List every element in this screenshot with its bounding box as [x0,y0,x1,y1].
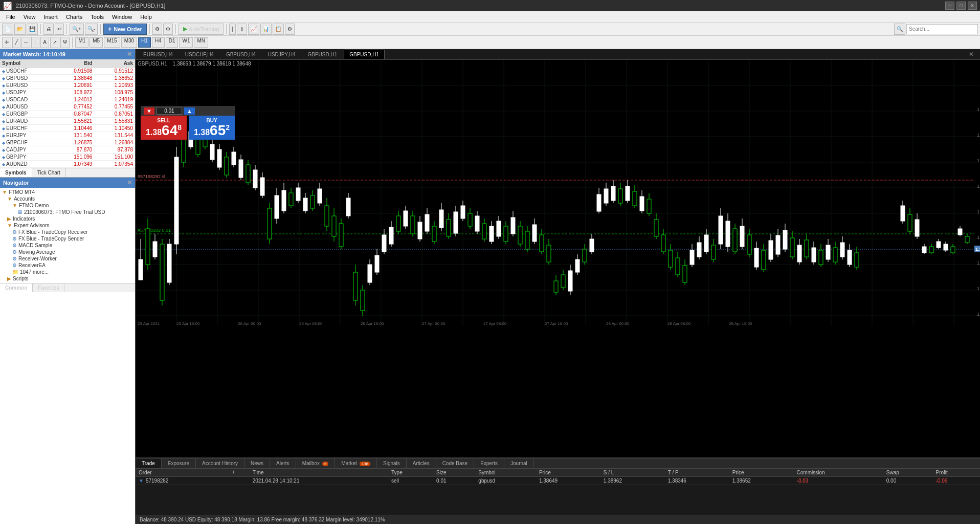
open-button[interactable]: 📂 [14,24,26,35]
market-watch-row[interactable]: ◆EURGBP 0.87047 0.87051 [0,111,135,118]
text-button[interactable]: A [40,37,49,48]
nav-accounts[interactable]: ▼ Accounts [1,195,134,202]
quantity-input[interactable] [157,107,182,115]
undo-button[interactable]: ↩ [55,24,64,35]
arrow-button[interactable]: ↗ [50,37,59,48]
sell-panel[interactable]: SELL 1.38648 [141,116,187,140]
zoom-in-button[interactable]: 🔍+ [70,24,84,35]
term-tab-signals[interactable]: Signals [377,458,407,468]
term-tab-articles[interactable]: Articles [407,458,436,468]
nav-account-id[interactable]: 🖥 2100306073: FTMO Free Trial USD [1,209,134,215]
term-tab-alerts[interactable]: Alerts [270,458,296,468]
market-watch-row[interactable]: ◆AUDNZD 1.07349 1.07354 [0,161,135,168]
term-tab-market[interactable]: Market 136 [335,458,377,468]
tf-m5[interactable]: M5 [90,37,103,48]
tf-w1[interactable]: W1 [179,37,193,48]
nav-ea-fxblue-send[interactable]: ⚙ FX Blue - TradeCopy Sender [1,235,134,242]
zoom-out-button[interactable]: 🔍- [85,24,98,35]
nav-ea-fxblue-recv[interactable]: ⚙ FX Blue - TradeCopy Receiver [1,229,134,235]
buy-panel[interactable]: BUY 1.38652 [189,116,235,140]
term-tab-trade[interactable]: Trade [136,458,162,468]
restore-button[interactable]: □ [956,2,966,10]
tf-m15[interactable]: M15 [104,37,120,48]
menu-tools[interactable]: Tools [86,13,108,21]
tf-h4[interactable]: H4 [152,37,165,48]
templates-button[interactable]: 📋 [273,24,284,35]
fib-button[interactable]: Ψ [60,37,70,48]
market-watch-row[interactable]: ◆USDCAD 1.24012 1.24019 [0,96,135,103]
crosshair-button[interactable]: ✛ [2,37,11,48]
market-watch-row[interactable]: ◆EURJPY 131.540 131.544 [0,132,135,139]
settings-button[interactable]: ⚙ [163,24,173,35]
market-watch-row[interactable]: ◆GBPJPY 151.096 151.100 [0,154,135,161]
sell-ctrl-btn[interactable]: ▼ [144,107,154,115]
chart-tab-gbpusd-h1-1[interactable]: GBPUSD,H1 [302,50,343,59]
chart-close[interactable]: ✕ [965,49,978,59]
save-button[interactable]: 💾 [27,24,38,35]
market-watch-close[interactable]: ✕ [127,51,132,58]
nav-indicators[interactable]: ▶ Indicators [1,215,134,222]
nav-root[interactable]: ▼ FTMO MT4 [1,189,134,195]
auto-trading-button[interactable]: ▶ AutoTrading [179,24,224,35]
print-button[interactable]: 🖨 [43,24,54,35]
search-button[interactable]: 🔍 [894,24,905,35]
term-tab-account-history[interactable]: Account History [196,458,244,468]
chart-type-line[interactable]: 📈 [248,24,259,35]
menu-file[interactable]: File [2,13,19,21]
nav-ea-macd[interactable]: ⚙ MACD Sample [1,242,134,249]
chart-type-candle[interactable]: 🕯 [237,24,247,35]
line-button[interactable]: ╱ [12,37,20,48]
nav-ea-receiver[interactable]: ⚙ ReceiverEA [1,262,134,269]
menu-view[interactable]: View [19,13,40,21]
chart-tab-gbpusd-h4[interactable]: GBPUSD,H4 [220,50,261,59]
market-watch-row[interactable]: ◆AUDUSD 0.77452 0.77455 [0,103,135,111]
nav-ea-recv-worker[interactable]: ⚙ Receiver-Worker [1,255,134,262]
new-order-button[interactable]: + New Order [103,24,147,35]
chart-tab-usdchf-h4[interactable]: USDCHF,H4 [180,50,219,59]
market-watch-row[interactable]: ◆EURUSD 1.20691 1.20693 [0,82,135,89]
nav-scripts[interactable]: ▶ Scripts [1,275,134,282]
term-tab-experts[interactable]: Experts [474,458,504,468]
navigator-close[interactable]: ✕ [127,179,132,186]
search-input[interactable] [906,24,978,34]
hline-button[interactable]: ─ [21,37,30,48]
experts-button[interactable]: ⚙ [152,24,162,35]
menu-window[interactable]: Window [108,13,136,21]
tf-m30[interactable]: M30 [121,37,137,48]
mw-tab-symbols[interactable]: Symbols [0,168,32,177]
market-watch-row[interactable]: ◆USDCHF 0.91508 0.91512 [0,68,135,75]
mw-tab-tick[interactable]: Tick Chart [32,168,66,177]
market-watch-row[interactable]: ◆EURCHF 1.10446 1.10450 [0,125,135,132]
minimize-button[interactable]: ─ [945,2,954,10]
menu-help[interactable]: Help [136,13,156,21]
nav-expert-advisors[interactable]: ▼ Expert Advisors [1,222,134,229]
chart-tab-usdjpy-h4[interactable]: USDJPY,H4 [262,50,301,59]
vline-button[interactable]: │ [31,37,39,48]
market-watch-row[interactable]: ◆GBPUSD 1.38648 1.38652 [0,75,135,82]
term-tab-codebase[interactable]: Code Base [436,458,474,468]
term-tab-mailbox[interactable]: Mailbox 6 [296,458,336,468]
properties-button[interactable]: ⚙ [285,24,295,35]
menu-charts[interactable]: Charts [62,13,86,21]
market-watch-row[interactable]: ◆USDJPY 108.972 108.975 [0,89,135,96]
tf-m1[interactable]: M1 [75,37,88,48]
chart-type-bar[interactable]: | [229,24,236,35]
nav-ea-moving-avg[interactable]: ⚙ Moving Average [1,249,134,255]
nav-account-name[interactable]: ▼ FTMO-Demo [1,202,134,209]
tf-d1[interactable]: D1 [166,37,179,48]
nav-tab-common[interactable]: Common [0,283,33,292]
nav-ea-more[interactable]: 📁 1047 more... [1,269,134,275]
term-tab-journal[interactable]: Journal [504,458,534,468]
market-watch-row[interactable]: ◆EURAUD 1.55821 1.55831 [0,118,135,125]
indicators-button[interactable]: 📊 [260,24,272,35]
market-watch-row[interactable]: ◆GBPCHF 1.26875 1.26884 [0,139,135,146]
close-button[interactable]: ✕ [968,2,977,10]
term-tab-news[interactable]: News [244,458,270,468]
term-tab-exposure[interactable]: Exposure [162,458,196,468]
market-watch-row[interactable]: ◆CADJPY 87.870 87.878 [0,146,135,154]
tf-mn[interactable]: MN [194,37,208,48]
chart-tab-eurusd-h4[interactable]: EURUSD,H4 [138,50,179,59]
buy-ctrl-btn[interactable]: ▲ [184,107,195,115]
nav-tab-favorites[interactable]: Favorites [33,283,64,292]
menu-insert[interactable]: Insert [39,13,62,21]
